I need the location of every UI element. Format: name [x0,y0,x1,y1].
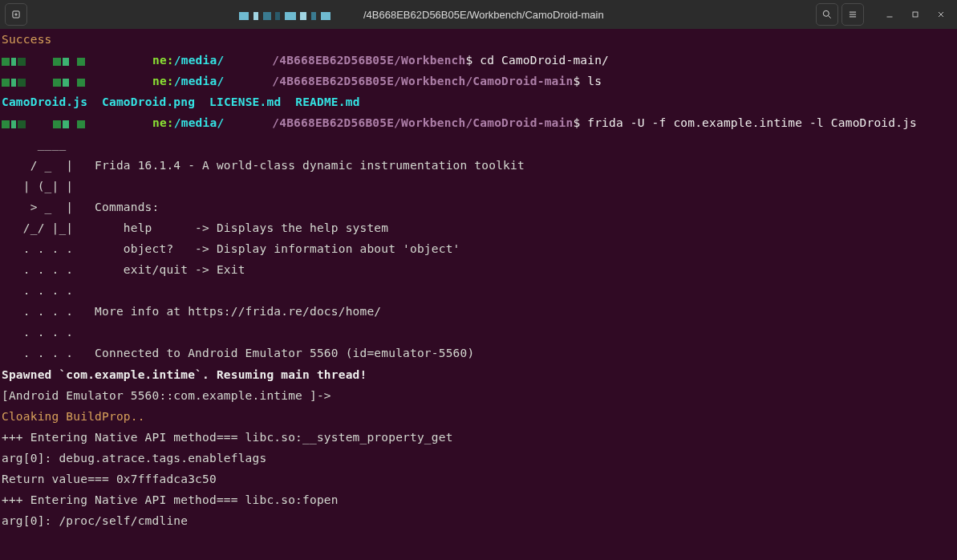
native-entry-2: +++ Entering Native API method=== libc.s… [2,489,955,510]
title-bar: /4B668EB62D56B05E/Workbench/CamoDroid-ma… [0,0,957,29]
frida-line-4: /_/ |_| help -> Displays the help system [2,217,955,238]
prompt-user-redacted-2 [2,72,152,93]
svg-point-3 [823,10,829,16]
new-tab-icon [10,9,22,20]
native-entry-1: +++ Entering Native API method=== libc.s… [2,427,955,448]
frida-line-10: . . . . Connected to Android Emulator 55… [2,343,955,363]
menu-button[interactable] [841,3,864,26]
frida-line-6: . . . . exit/quit -> Exit [2,259,955,280]
maximize-button[interactable] [904,3,927,26]
frida-line-8: . . . . More info at https://frida.re/do… [2,301,955,322]
prompt-line-1: ne:/media//4B668EB62D56B05E/Workbench$ c… [2,50,955,71]
new-tab-button[interactable] [5,3,27,26]
arg0-b: arg[0]: /proc/self/cmdline [2,510,955,531]
frida-line-0: ____ [2,133,955,154]
minimize-icon [885,10,894,19]
svg-line-4 [829,16,831,18]
status-success: Success [2,29,955,50]
svg-rect-9 [913,12,918,17]
search-button[interactable] [816,3,838,26]
prompt-user-redacted-3 [2,114,152,135]
cloaking-line: Cloaking BuildProp.. [2,406,955,427]
maximize-icon [910,10,920,19]
frida-line-9: . . . . [2,322,955,343]
arg0-a: arg[0]: debug.atrace.tags.enableflags [2,448,955,469]
window-title: /4B668EB62D56B05E/Workbench/CamoDroid-ma… [27,9,816,21]
prompt-line-2: ne:/media//4B668EB62D56B05E/Workbench/Ca… [2,71,955,91]
titlebar-right [816,3,952,26]
title-path-text: /4B668EB62D56B05E/Workbench/CamoDroid-ma… [363,9,604,21]
frida-line-1: / _ | Frida 16.1.4 - A world-class dynam… [2,155,955,176]
frida-line-5: . . . . object? -> Display information a… [2,238,955,259]
search-icon [821,9,833,20]
repl-prompt-line: [Android Emulator 5560::com.example.inti… [2,385,955,406]
ls-output: CamoDroid.js CamoDroid.png LICENSE.md RE… [2,91,955,112]
terminal-body[interactable]: Success ne:/media//4B668EB62D56B05E/Work… [0,29,957,531]
titlebar-left [5,3,27,26]
close-button[interactable] [930,3,952,26]
prompt-user-redacted [2,51,152,72]
frida-line-3: > _ | Commands: [2,197,955,217]
hamburger-icon [847,9,858,20]
minimize-button[interactable] [878,3,901,26]
return-value: Return value=== 0x7fffadca3c50 [2,469,955,489]
frida-line-2: | (_| | [2,176,955,197]
prompt-line-3: ne:/media//4B668EB62D56B05E/Workbench/Ca… [2,112,955,133]
frida-line-7: . . . . [2,280,955,301]
spawned-line: Spawned `com.example.intime`. Resuming m… [2,364,955,385]
title-redacted-prefix [239,10,360,21]
close-icon [936,10,946,19]
